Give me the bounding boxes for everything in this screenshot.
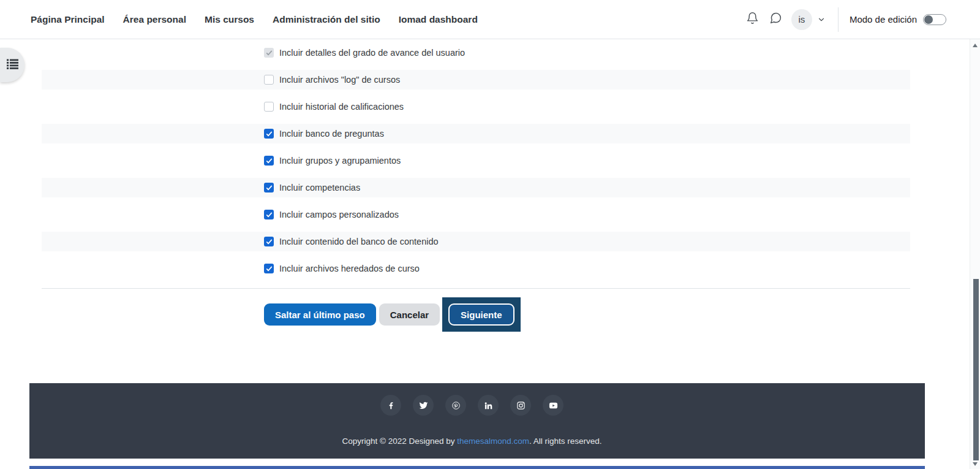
copyright-text: Copyright © 2022 Designed by themesalmon… — [29, 437, 914, 446]
scroll-up-arrow[interactable] — [973, 44, 978, 47]
checkbox-label[interactable]: Incluir campos personalizados — [279, 210, 399, 219]
notifications-button[interactable] — [745, 12, 761, 28]
checkbox[interactable] — [264, 75, 274, 85]
checkbox-label[interactable]: Incluir grupos y agrupamientos — [279, 156, 401, 166]
checkbox-label[interactable]: Incluir banco de preguntas — [279, 129, 384, 139]
toggle-knob — [924, 15, 933, 24]
form-row: Incluir campos personalizados — [42, 201, 910, 228]
form-row: Incluir detalles del grado de avance del… — [42, 39, 910, 66]
list-icon — [7, 59, 18, 72]
form-row: Incluir competencias — [42, 174, 910, 201]
chevron-down-icon — [817, 15, 826, 24]
edit-mode-label: Modo de edición — [850, 14, 917, 25]
scrollbar[interactable] — [970, 39, 980, 469]
scroll-down-arrow[interactable] — [973, 462, 978, 466]
avatar: is — [791, 9, 812, 30]
checkbox[interactable] — [264, 264, 274, 273]
nav-item[interactable]: Área personal — [123, 14, 186, 25]
checkbox-label[interactable]: Incluir detalles del grado de avance del… — [279, 48, 465, 58]
checkbox[interactable] — [264, 102, 274, 112]
linkedin-icon[interactable] — [478, 395, 499, 416]
youtube-icon[interactable] — [543, 395, 564, 416]
pinterest-icon[interactable] — [445, 395, 466, 416]
bottom-accent-bar — [29, 466, 925, 469]
user-menu[interactable]: is — [791, 9, 826, 30]
nav-item[interactable]: Mis cursos — [205, 14, 254, 25]
checkbox[interactable] — [264, 183, 274, 193]
instagram-icon[interactable] — [510, 395, 531, 416]
checkbox[interactable] — [264, 129, 274, 139]
checkbox-label[interactable]: Incluir archivos "log" de cursos — [279, 75, 400, 85]
nav-item[interactable]: Iomad dashboard — [399, 14, 478, 25]
checkbox[interactable] — [264, 156, 274, 166]
social-links — [29, 395, 914, 416]
header-divider — [838, 7, 839, 32]
bell-icon — [746, 12, 759, 27]
top-navbar: Página PrincipalÁrea personalMis cursosA… — [0, 0, 980, 39]
scrollbar-thumb[interactable] — [973, 279, 979, 460]
next-button[interactable]: Siguiente — [448, 303, 514, 326]
form-row: Incluir banco de preguntas — [42, 120, 910, 147]
nav-item[interactable]: Administración del sitio — [273, 14, 380, 25]
nav-item[interactable]: Página Principal — [31, 14, 105, 25]
facebook-icon[interactable] — [380, 395, 401, 416]
next-button-focus-halo: Siguiente — [442, 297, 521, 332]
edit-mode-control: Modo de edición — [850, 14, 946, 25]
checkbox-label[interactable]: Incluir historial de calificaciones — [279, 102, 404, 112]
form-row: Incluir historial de calificaciones — [42, 93, 910, 120]
header-right: is Modo de edición — [737, 7, 946, 32]
form-actions: Saltar al último paso Cancelar Siguiente — [264, 297, 910, 332]
chat-bubble-icon — [769, 12, 782, 27]
copyright-suffix: . All rights reserved. — [529, 437, 602, 446]
form-row: Incluir archivos heredados de curso — [42, 255, 910, 282]
checkbox-label[interactable]: Incluir competencias — [279, 183, 360, 193]
footer: Copyright © 2022 Designed by themesalmon… — [29, 383, 925, 459]
checkbox — [264, 48, 274, 58]
checkbox[interactable] — [264, 237, 274, 246]
edit-mode-toggle[interactable] — [923, 14, 946, 25]
form-row: Incluir grupos y agrupamientos — [42, 147, 910, 174]
checkbox-rows: Incluir detalles del grado de avance del… — [42, 39, 910, 282]
checkbox-label[interactable]: Incluir archivos heredados de curso — [279, 264, 420, 273]
checkbox[interactable] — [264, 210, 274, 219]
cancel-button[interactable]: Cancelar — [379, 303, 440, 326]
form-row: Incluir archivos "log" de cursos — [42, 66, 910, 93]
open-drawer-button[interactable] — [0, 48, 24, 82]
primary-nav: Página PrincipalÁrea personalMis cursosA… — [31, 14, 478, 25]
checkbox-label[interactable]: Incluir contenido del banco de contenido — [279, 237, 439, 246]
copyright-link[interactable]: themesalmond.com — [457, 437, 529, 446]
messages-button[interactable] — [768, 12, 784, 28]
copyright-prefix: Copyright © 2022 Designed by — [342, 437, 457, 446]
form-row: Incluir contenido del banco de contenido — [42, 228, 910, 255]
actions-divider — [42, 288, 910, 289]
skip-to-last-step-button[interactable]: Saltar al último paso — [264, 303, 376, 326]
backup-settings-form: Incluir detalles del grado de avance del… — [42, 39, 910, 332]
twitter-icon[interactable] — [413, 395, 434, 416]
